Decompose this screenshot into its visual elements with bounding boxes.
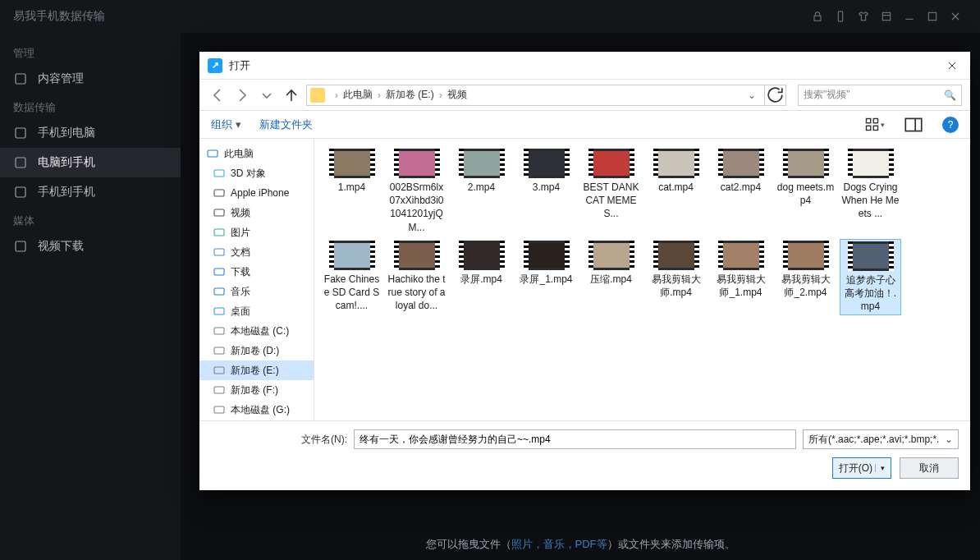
tree-item-label: 桌面 [231, 305, 250, 319]
sidebar-icon [13, 185, 28, 200]
tree-item[interactable]: 本地磁盘 (G:) [199, 400, 314, 420]
sidebar-item-label: 手机到电脑 [38, 126, 95, 140]
file-open-dialog: ↗ 打开 › 此电脑 › 新加卷 (E:) › 视频 ⌄ 搜索"视频" 🔍 组织… [199, 52, 970, 490]
organize-menu[interactable]: 组织 ▾ [211, 117, 241, 132]
video-thumbnail [848, 149, 894, 178]
file-item[interactable]: BEST DANK CAT MEMES... [580, 147, 642, 236]
breadcrumb[interactable]: › 此电脑 › 新加卷 (E:) › 视频 ⌄ [306, 85, 765, 106]
file-item[interactable]: dog meets.mp4 [775, 147, 836, 236]
file-name: dog meets.mp4 [776, 181, 835, 207]
video-thumbnail [653, 241, 699, 270]
file-item[interactable]: 002BSrm6lx07xXihbd3i01041201yjQM... [386, 147, 447, 236]
crumb-sep: › [332, 90, 341, 101]
tree-item[interactable]: 本地磁盘 (C:) [199, 321, 314, 341]
file-item[interactable]: 压缩.mp4 [580, 239, 642, 316]
file-item[interactable]: 追梦赤子心 高考加油！.mp4 [840, 239, 901, 316]
file-name: 1.mp4 [338, 181, 365, 194]
crumb-2[interactable]: 视频 [447, 88, 467, 102]
view-mode-button[interactable]: ▾ [863, 115, 885, 135]
tree-item[interactable]: 桌面 [199, 301, 314, 321]
tree-item[interactable]: 新加卷 (D:) [199, 341, 314, 360]
tree-item[interactable]: 新加卷 (E:) [199, 360, 314, 380]
sidebar-item-video-download[interactable]: 视频下载 [0, 232, 181, 261]
tree-item[interactable]: 音乐 [199, 282, 314, 301]
svg-rect-20 [214, 269, 224, 275]
file-item[interactable]: Hachiko the true story of a loyal do... [386, 239, 447, 316]
menu-icon[interactable] [875, 5, 898, 28]
svg-rect-17 [214, 209, 224, 216]
help-button[interactable]: ? [942, 117, 959, 133]
nav-forward-button [232, 85, 252, 105]
file-item[interactable]: 录屏_1.mp4 [515, 239, 577, 316]
sidebar-item-content-mgmt[interactable]: 内容管理 [0, 64, 181, 94]
sidebar-item-phone-to-pc[interactable]: 手机到电脑 [0, 118, 181, 148]
file-list[interactable]: 1.mp4002BSrm6lx07xXihbd3i01041201yjQM...… [314, 139, 970, 420]
svg-rect-19 [214, 249, 224, 255]
tree-item[interactable]: 下载 [199, 262, 314, 282]
sidebar-item-pc-to-phone[interactable]: 电脑到手机 [0, 148, 181, 177]
crumb-0[interactable]: 此电脑 [343, 88, 373, 102]
video-thumbnail [459, 241, 505, 270]
dialog-footer: 文件名(N): 所有(*.aac;*.ape;*.avi;*.bmp;*. ⌄ … [199, 420, 970, 490]
drive-icon [213, 324, 226, 337]
filename-input[interactable] [354, 429, 796, 449]
file-name: 002BSrm6lx07xXihbd3i01041201yjQM... [387, 181, 446, 234]
sidebar-section: 媒体 [0, 207, 181, 232]
file-item[interactable]: cat2.mp4 [710, 147, 772, 236]
tree-item[interactable]: 此电脑 [199, 144, 314, 163]
refresh-button[interactable] [765, 85, 786, 106]
file-item[interactable]: 3.mp4 [515, 147, 577, 236]
search-input[interactable]: 搜索"视频" 🔍 [798, 85, 962, 106]
tree-item[interactable]: Apple iPhone [199, 183, 314, 203]
folder-tree[interactable]: 此电脑3D 对象Apple iPhone视频图片文档下载音乐桌面本地磁盘 (C:… [199, 139, 314, 420]
file-item[interactable]: 易我剪辑大师_2.mp4 [775, 239, 836, 316]
app-title: 易我手机数据传输 [13, 9, 105, 24]
video-thumbnail [718, 149, 764, 178]
desktop-icon [213, 305, 226, 318]
filetype-filter[interactable]: 所有(*.aac;*.ape;*.avi;*.bmp;*. ⌄ [803, 429, 959, 449]
svg-rect-10 [873, 119, 877, 123]
dialog-close-button[interactable] [942, 56, 962, 76]
svg-rect-18 [214, 229, 224, 236]
file-item[interactable]: 1.mp4 [321, 147, 382, 236]
file-item[interactable]: 录屏.mp4 [451, 239, 512, 316]
svg-rect-26 [214, 387, 224, 393]
file-item[interactable]: 2.mp4 [451, 147, 512, 236]
download-icon [213, 265, 226, 278]
tree-item[interactable]: 图片 [199, 223, 314, 242]
svg-rect-9 [867, 119, 871, 123]
recent-dropdown-icon[interactable] [257, 85, 277, 105]
file-item[interactable]: Fake Chinese SD Card Scam!.... [321, 239, 382, 316]
tree-item[interactable]: 新加卷 (F:) [199, 380, 314, 400]
sidebar-item-phone-to-phone[interactable]: 手机到手机 [0, 177, 181, 207]
preview-pane-button[interactable] [903, 115, 924, 135]
open-button[interactable]: 打开(O) ▾ [832, 457, 891, 479]
maximize-icon[interactable] [921, 5, 944, 28]
file-name: 3.mp4 [533, 181, 560, 194]
tree-item[interactable]: 文档 [199, 242, 314, 262]
shirt-icon[interactable] [852, 5, 875, 28]
tree-item[interactable]: 3D 对象 [199, 163, 314, 183]
file-item[interactable]: 易我剪辑大师_1.mp4 [710, 239, 772, 316]
video-thumbnail [394, 149, 440, 178]
file-item[interactable]: cat.mp4 [645, 147, 707, 236]
nav-back-button[interactable] [208, 85, 227, 105]
svg-rect-12 [873, 126, 877, 130]
video-thumbnail [718, 241, 764, 270]
tree-item[interactable]: 视频 [199, 203, 314, 223]
lock-icon[interactable] [806, 5, 829, 28]
hint-link[interactable]: 照片，音乐，PDF等 [511, 537, 607, 552]
file-item[interactable]: Dogs Crying When He Meets ... [840, 147, 901, 236]
crumb-dropdown-icon[interactable]: ⌄ [743, 90, 761, 101]
cancel-button[interactable]: 取消 [900, 457, 959, 479]
crumb-1[interactable]: 新加卷 (E:) [386, 88, 434, 102]
close-icon[interactable] [944, 5, 967, 28]
tree-item-label: 下载 [231, 265, 250, 279]
nav-up-button[interactable] [282, 85, 301, 105]
video-thumbnail [394, 241, 440, 270]
phone-icon[interactable] [829, 5, 852, 28]
drive-icon [213, 344, 226, 357]
new-folder-button[interactable]: 新建文件夹 [259, 117, 313, 132]
minimize-icon[interactable] [898, 5, 921, 28]
file-item[interactable]: 易我剪辑大师.mp4 [645, 239, 707, 316]
